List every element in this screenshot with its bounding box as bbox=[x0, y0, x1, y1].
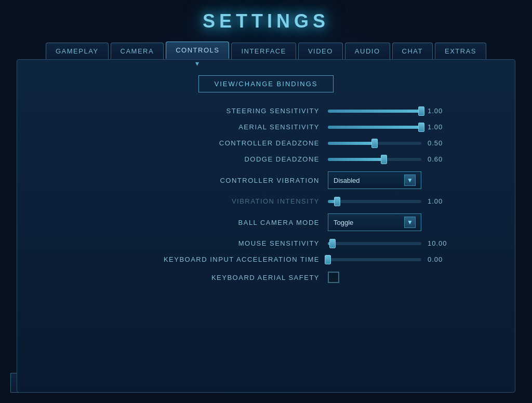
slider-thumb-mouse-sensitivity[interactable] bbox=[329, 239, 336, 248]
setting-row-controller-deadzone: CONTROLLER DEADZONE0.50 bbox=[38, 139, 494, 147]
slider-track-dodge-deadzone[interactable] bbox=[328, 158, 421, 161]
setting-row-controller-vibration: CONTROLLER VIBRATIONDisabled▼ bbox=[38, 171, 494, 189]
slider-track-vibration-intensity[interactable] bbox=[328, 200, 421, 203]
setting-row-keyboard-aerial-safety: KEYBOARD AERIAL SAFETY bbox=[38, 272, 494, 283]
setting-label-steering-sensitivity: STEERING SENSITIVITY bbox=[153, 107, 320, 115]
setting-label-ball-camera-mode: BALL CAMERA MODE bbox=[153, 219, 320, 226]
dropdown-value-ball-camera-mode: Toggle bbox=[334, 219, 353, 226]
setting-label-controller-deadzone: CONTROLLER DEADZONE bbox=[153, 139, 320, 147]
setting-label-keyboard-aerial-safety: KEYBOARD AERIAL SAFETY bbox=[153, 274, 320, 281]
slider-track-controller-deadzone[interactable] bbox=[328, 142, 421, 145]
slider-value-steering-sensitivity: 1.00 bbox=[428, 107, 451, 115]
slider-value-dodge-deadzone: 0.60 bbox=[428, 155, 451, 163]
dropdown-controller-vibration[interactable]: Disabled▼ bbox=[328, 171, 421, 189]
setting-control-ball-camera-mode: Toggle▼ bbox=[328, 213, 494, 231]
tab-video[interactable]: VIDEO bbox=[298, 43, 343, 59]
setting-control-vibration-intensity: 1.00 bbox=[328, 197, 494, 205]
setting-label-dodge-deadzone: DODGE DEADZONE bbox=[153, 155, 320, 163]
slider-fill-aerial-sensitivity bbox=[328, 126, 421, 129]
setting-row-steering-sensitivity: STEERING SENSITIVITY1.00 bbox=[38, 107, 494, 115]
tab-audio[interactable]: AUDIO bbox=[345, 43, 390, 59]
checkbox-keyboard-aerial-safety[interactable] bbox=[328, 272, 339, 283]
main-panel: VIEW/CHANGE BINDINGS STEERING SENSITIVIT… bbox=[17, 59, 515, 393]
tab-controls[interactable]: CONTROLS bbox=[166, 42, 229, 59]
view-change-bindings-button[interactable]: VIEW/CHANGE BINDINGS bbox=[198, 75, 334, 92]
setting-label-keyboard-input-acceleration: KEYBOARD INPUT ACCELERATION TIME bbox=[153, 256, 320, 263]
slider-thumb-keyboard-input-acceleration[interactable] bbox=[325, 255, 331, 264]
page: SETTINGS GAMEPLAYCAMERACONTROLSINTERFACE… bbox=[0, 0, 532, 403]
page-title: SETTINGS bbox=[203, 10, 329, 32]
dropdown-arrow-ball-camera-mode[interactable]: ▼ bbox=[404, 217, 416, 228]
slider-thumb-controller-deadzone[interactable] bbox=[371, 139, 378, 148]
slider-value-vibration-intensity: 1.00 bbox=[428, 197, 451, 205]
setting-control-mouse-sensitivity: 10.00 bbox=[328, 239, 494, 247]
slider-thumb-dodge-deadzone[interactable] bbox=[381, 155, 387, 164]
slider-value-mouse-sensitivity: 10.00 bbox=[428, 239, 451, 247]
slider-fill-steering-sensitivity bbox=[328, 110, 421, 113]
slider-thumb-steering-sensitivity[interactable] bbox=[418, 106, 424, 116]
setting-control-keyboard-aerial-safety bbox=[328, 272, 494, 283]
setting-control-aerial-sensitivity: 1.00 bbox=[328, 123, 494, 131]
setting-row-aerial-sensitivity: AERIAL SENSITIVITY1.00 bbox=[38, 123, 494, 131]
tab-interface[interactable]: INTERFACE bbox=[231, 43, 296, 59]
tab-camera[interactable]: CAMERA bbox=[111, 43, 164, 59]
setting-row-vibration-intensity: VIBRATION INTENSITY1.00 bbox=[38, 197, 494, 205]
dropdown-ball-camera-mode[interactable]: Toggle▼ bbox=[328, 213, 421, 231]
setting-control-controller-deadzone: 0.50 bbox=[328, 139, 494, 147]
slider-value-controller-deadzone: 0.50 bbox=[428, 139, 451, 147]
slider-track-mouse-sensitivity[interactable] bbox=[328, 242, 421, 245]
settings-list: STEERING SENSITIVITY1.00AERIAL SENSITIVI… bbox=[38, 107, 494, 283]
setting-control-keyboard-input-acceleration: 0.00 bbox=[328, 256, 494, 263]
setting-label-aerial-sensitivity: AERIAL SENSITIVITY bbox=[153, 123, 320, 131]
slider-track-aerial-sensitivity[interactable] bbox=[328, 126, 421, 129]
setting-row-keyboard-input-acceleration: KEYBOARD INPUT ACCELERATION TIME0.00 bbox=[38, 256, 494, 263]
setting-control-controller-vibration: Disabled▼ bbox=[328, 171, 494, 189]
setting-label-controller-vibration: CONTROLLER VIBRATION bbox=[153, 177, 320, 184]
setting-control-dodge-deadzone: 0.60 bbox=[328, 155, 494, 163]
tab-gameplay[interactable]: GAMEPLAY bbox=[46, 43, 109, 59]
slider-thumb-vibration-intensity[interactable] bbox=[334, 197, 340, 206]
slider-value-keyboard-input-acceleration: 0.00 bbox=[428, 256, 451, 263]
slider-fill-controller-deadzone bbox=[328, 142, 375, 145]
slider-thumb-aerial-sensitivity[interactable] bbox=[418, 123, 424, 132]
setting-label-vibration-intensity: VIBRATION INTENSITY bbox=[153, 197, 320, 205]
setting-label-mouse-sensitivity: MOUSE SENSITIVITY bbox=[153, 239, 320, 247]
setting-row-ball-camera-mode: BALL CAMERA MODEToggle▼ bbox=[38, 213, 494, 231]
slider-value-aerial-sensitivity: 1.00 bbox=[428, 123, 451, 131]
slider-track-keyboard-input-acceleration[interactable] bbox=[328, 258, 421, 261]
setting-row-mouse-sensitivity: MOUSE SENSITIVITY10.00 bbox=[38, 239, 494, 247]
tab-extras[interactable]: EXTRAS bbox=[435, 43, 486, 59]
tab-chat[interactable]: CHAT bbox=[392, 43, 433, 59]
dropdown-value-controller-vibration: Disabled bbox=[334, 177, 360, 184]
dropdown-arrow-controller-vibration[interactable]: ▼ bbox=[404, 174, 416, 186]
slider-fill-dodge-deadzone bbox=[328, 158, 384, 161]
tabs-bar: GAMEPLAYCAMERACONTROLSINTERFACEVIDEOAUDI… bbox=[46, 42, 486, 59]
slider-track-steering-sensitivity[interactable] bbox=[328, 110, 421, 113]
setting-control-steering-sensitivity: 1.00 bbox=[328, 107, 494, 115]
setting-row-dodge-deadzone: DODGE DEADZONE0.60 bbox=[38, 155, 494, 163]
